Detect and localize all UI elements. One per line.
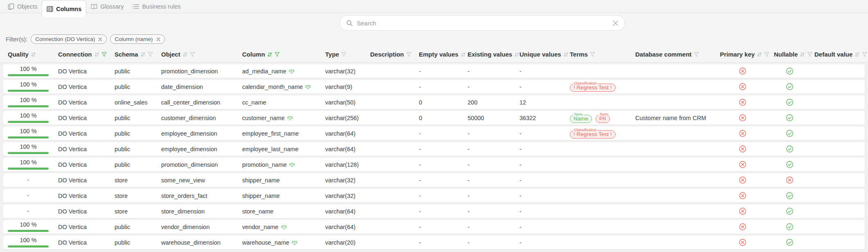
cell-object: call_center_dimension <box>157 99 238 106</box>
cell-empty-values: - <box>414 239 463 246</box>
sort-icon[interactable] <box>855 52 860 57</box>
column-header-label: Type <box>325 51 339 58</box>
table-body: 100 % DO Verticapublicpromotion_dimensio… <box>3 64 865 251</box>
cell-connection: DO Vertica <box>54 239 110 246</box>
sort-icon[interactable] <box>267 52 272 57</box>
cell-primary-key <box>715 80 769 93</box>
cell-empty-values: - <box>414 68 463 75</box>
filter-icon[interactable] <box>694 52 699 57</box>
cell-quality: 100 % <box>3 64 54 78</box>
cell-connection: DO Vertica <box>54 130 110 137</box>
column-header-connection[interactable]: Connection <box>54 51 110 58</box>
cell-empty-values: - <box>414 193 463 199</box>
remove-filter-icon[interactable] <box>98 37 102 41</box>
sort-icon[interactable] <box>140 52 146 57</box>
tab-business-rules[interactable]: Business rules <box>128 0 185 13</box>
tab-glossary[interactable]: Glossary <box>86 0 128 13</box>
filter-icon[interactable] <box>148 52 153 57</box>
filter-icon[interactable] <box>274 52 280 57</box>
table-row[interactable]: 100 % DO Verticapublicdate_dimensioncale… <box>3 80 865 93</box>
filter-icon[interactable] <box>101 52 107 57</box>
quality-value: 100 % <box>8 66 49 72</box>
filter-icon[interactable] <box>590 52 595 57</box>
column-header-default-value[interactable]: Default value <box>810 51 865 58</box>
search-clear-icon[interactable] <box>612 20 618 26</box>
table-row[interactable]: 100 % DO Verticapublicvendor_dimensionve… <box>3 220 865 234</box>
search-bar <box>340 15 625 31</box>
cell-existing-values: - <box>463 68 515 75</box>
sort-icon[interactable] <box>94 52 99 57</box>
column-header-unique-values[interactable]: Unique values <box>515 51 565 58</box>
nullable-yes-icon <box>786 161 794 168</box>
primary-key-no-icon <box>739 145 747 153</box>
table-row[interactable]: 100 % DO Verticapublicemployee_dimension… <box>3 142 865 156</box>
column-header-type[interactable]: Type <box>321 51 366 58</box>
table-row[interactable]: -DO Verticastoresome_new_viewshipper_nam… <box>3 173 865 187</box>
table-row[interactable]: 100 % DO Verticapubliccustomer_dimension… <box>3 111 865 125</box>
table-row[interactable]: 100 % DO Verticapublicemployee_dimension… <box>3 127 865 140</box>
column-header-nullable[interactable]: Nullable <box>769 51 810 58</box>
table-row[interactable]: 100 % DO Verticapublicpromotion_dimensio… <box>3 64 865 78</box>
tab-objects[interactable]: Objects <box>3 0 42 13</box>
filter-icon[interactable] <box>341 52 346 57</box>
sort-icon[interactable] <box>757 52 762 57</box>
cell-primary-key <box>715 142 769 156</box>
nullable-yes-icon <box>786 207 794 215</box>
table-row[interactable]: 100 % DO Verticapublicpromotion_dimensio… <box>3 158 865 171</box>
column-name: store_name <box>242 208 274 215</box>
cell-primary-key <box>715 173 769 187</box>
primary-key-no-icon <box>739 176 747 184</box>
business-rules-icon <box>133 3 139 10</box>
remove-filter-icon[interactable] <box>156 37 160 41</box>
cell-schema: public <box>110 161 157 168</box>
cell-schema: public <box>110 68 157 75</box>
column-header-empty-values[interactable]: Empty values <box>414 51 463 58</box>
cell-nullable <box>769 220 810 234</box>
cell-existing-values: - <box>463 224 515 230</box>
cell-type: varchar(32) <box>321 193 366 199</box>
column-header-existing-values[interactable]: Existing values <box>463 51 515 58</box>
column-name: employee_first_name <box>242 130 299 137</box>
table-row[interactable]: 100 % DO Verticaonline_salescall_center_… <box>3 95 865 109</box>
cell-terms: Classification ! Regress Test ! <box>565 82 631 92</box>
search-input[interactable] <box>357 20 609 27</box>
term-badge[interactable]: Classification ! Regress Test ! <box>570 84 616 92</box>
cell-schema: public <box>110 239 157 246</box>
table-row[interactable]: -DO Verticastorestore_orders_factshipper… <box>3 189 865 202</box>
sort-icon[interactable] <box>800 52 805 57</box>
sort-icon[interactable] <box>182 52 188 57</box>
sort-icon[interactable] <box>31 52 36 57</box>
cell-type: varchar(256) <box>321 115 366 121</box>
columns-icon <box>47 6 53 12</box>
filter-chip-connection[interactable]: Connection (DO Vertica) <box>31 34 107 44</box>
filter-chip-column[interactable]: Column (name) <box>110 34 164 44</box>
cell-connection: DO Vertica <box>54 68 110 75</box>
tab-columns[interactable]: Columns <box>42 0 86 17</box>
filter-icon[interactable] <box>190 52 195 57</box>
term-badge[interactable]: Term PII <box>596 115 610 123</box>
nullable-yes-icon <box>786 83 794 91</box>
filter-icon[interactable] <box>764 52 769 57</box>
term-badge[interactable]: Term Name <box>570 115 592 123</box>
table-row[interactable]: -DO Verticastorestore_dimensionstore_nam… <box>3 204 865 218</box>
cell-primary-key <box>715 64 769 78</box>
column-name: customer_name <box>242 115 285 121</box>
column-header-quality[interactable]: Quality <box>3 51 54 58</box>
column-header-terms[interactable]: Terms <box>565 51 631 58</box>
filter-icon[interactable] <box>862 52 867 57</box>
table-row[interactable]: 100 % DO Verticapublicwarehouse_dimensio… <box>3 236 865 249</box>
column-header-column[interactable]: Column <box>238 51 321 58</box>
column-header-description[interactable]: Description <box>366 51 414 58</box>
primary-key-no-icon <box>739 83 747 91</box>
term-badge[interactable]: Classification ! Regress Test ! <box>570 130 616 138</box>
column-header-object[interactable]: Object <box>157 51 238 58</box>
column-header-database-comment[interactable]: Database comment <box>631 51 715 58</box>
column-header-schema[interactable]: Schema <box>110 51 157 58</box>
column-header-primary-key[interactable]: Primary key <box>715 51 769 58</box>
quality-bar <box>8 136 49 138</box>
cell-nullable <box>769 142 810 156</box>
primary-key-no-icon <box>739 98 747 106</box>
filter-icon[interactable] <box>406 52 412 57</box>
column-header-label: Terms <box>570 51 588 58</box>
column-header-label: Schema <box>115 51 138 58</box>
